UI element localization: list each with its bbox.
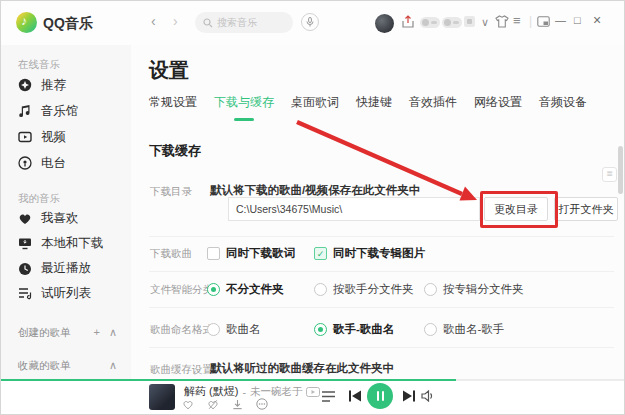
radio-artist-song[interactable]: 歌手-歌曲名	[314, 322, 394, 337]
sidebar-item-recommend[interactable]: 推荐	[18, 72, 131, 98]
checkbox-label: 同时下载歌词	[226, 246, 295, 261]
level-badge[interactable]	[464, 16, 475, 27]
playlist-group-label: 收藏的歌单	[18, 359, 71, 373]
collapse-icon[interactable]: ∧	[109, 326, 117, 339]
user-avatar[interactable]	[375, 14, 394, 33]
skin-theme-icon[interactable]	[495, 15, 509, 28]
titlebar-divider: |	[529, 14, 532, 28]
add-playlist-icon[interactable]: +	[94, 326, 100, 339]
like-icon[interactable]	[182, 399, 194, 410]
sidebar-item-label: 电台	[41, 155, 66, 172]
tab-sound-plugins[interactable]: 音效插件	[409, 94, 457, 121]
listen-recognize-button[interactable]	[301, 13, 319, 31]
dislike-icon[interactable]	[207, 399, 219, 410]
mini-player-icon[interactable]	[537, 16, 550, 28]
album-art[interactable]	[149, 384, 175, 410]
collapse-icon[interactable]: ∧	[109, 359, 117, 372]
progress-track[interactable]	[1, 379, 624, 381]
naming-format-label: 歌曲命名格式	[150, 323, 213, 337]
sidebar-item-radio[interactable]: 电台	[18, 150, 131, 176]
open-folder-button[interactable]: 打开文件夹	[554, 197, 618, 221]
main-menu-icon[interactable]: ≡	[513, 15, 521, 27]
forward-icon[interactable]: ›	[173, 14, 178, 28]
download-path-field[interactable]: C:\Users\34675\Music\	[228, 197, 480, 221]
svip-badge[interactable]	[442, 17, 462, 28]
radio-song-artist[interactable]: 歌曲名-歌手	[424, 322, 504, 337]
track-title: 解药 (默煜)	[184, 384, 238, 399]
next-track-icon[interactable]	[402, 389, 416, 403]
checkbox-download-album-art[interactable]: 同时下载专辑图片	[314, 246, 425, 261]
back-icon[interactable]: ‹	[151, 14, 156, 28]
compass-icon	[18, 78, 32, 92]
sidebar-item-label: 我喜欢	[41, 210, 79, 227]
qq-music-logo-icon	[16, 12, 37, 33]
radio-song-name[interactable]: 歌曲名	[207, 322, 261, 337]
close-button[interactable]: ×	[593, 12, 601, 28]
radio-icon	[207, 323, 220, 336]
more-icon[interactable]	[256, 398, 268, 410]
qq-music-window: QQ音乐 ‹ › 搜索音乐 ∨ ≡ |	[0, 0, 625, 415]
track-actions	[182, 398, 268, 410]
titlebar: QQ音乐 ‹ › 搜索音乐 ∨ ≡ |	[1, 1, 624, 45]
playlist-group-collected[interactable]: 收藏的歌单 ∧	[18, 353, 131, 378]
download-dir-label: 下载目录	[150, 185, 192, 199]
radio-icon	[18, 156, 32, 170]
progress-played	[1, 379, 456, 381]
maximize-button[interactable]: □	[574, 14, 581, 26]
sidebar-section-my-music: 我的音乐	[18, 192, 131, 206]
search-input[interactable]: 搜索音乐	[195, 12, 293, 33]
row-divider	[149, 347, 614, 348]
previous-track-icon[interactable]	[348, 389, 362, 403]
sidebar-item-label: 推荐	[41, 77, 66, 94]
radio-icon	[207, 283, 220, 296]
sidebar-item-label: 视频	[41, 129, 66, 146]
sidebar-item-label: 音乐馆	[41, 103, 79, 120]
cache-settings-desc: 默认将听过的歌曲缓存在此文件夹中	[210, 361, 394, 376]
volume-icon[interactable]	[421, 390, 435, 402]
play-queue-icon[interactable]	[321, 390, 336, 403]
sidebar-item-listen-list[interactable]: 试听列表	[18, 281, 131, 306]
cache-settings-label: 歌曲缓存设置	[150, 363, 213, 377]
tab-network[interactable]: 网络设置	[474, 94, 522, 121]
music-note-icon	[18, 104, 32, 118]
tab-download-save[interactable]: 下载与缓存	[214, 94, 274, 121]
radio-no-folder[interactable]: 不分文件夹	[207, 282, 284, 297]
monitor-download-icon	[18, 237, 32, 250]
sidebar-item-favorites[interactable]: 我喜欢	[18, 206, 131, 231]
floating-widget[interactable]: ≣	[602, 167, 617, 182]
scrollbar-thumb[interactable]	[618, 146, 623, 194]
tab-general[interactable]: 常规设置	[149, 94, 197, 121]
playlist-group-created[interactable]: 创建的歌单 + ∧	[18, 320, 131, 345]
page-title: 设置	[149, 57, 189, 84]
radio-icon	[424, 323, 437, 336]
sidebar-item-music-hall[interactable]: 音乐馆	[18, 98, 131, 124]
change-directory-button[interactable]: 更改目录	[484, 197, 548, 221]
radio-label: 不分文件夹	[226, 282, 284, 297]
radio-by-artist-folder[interactable]: 按歌手分文件夹	[314, 282, 414, 297]
tab-desktop-lyrics[interactable]: 桌面歌词	[291, 94, 339, 121]
minimize-button[interactable]: —	[555, 14, 566, 26]
chevron-down-icon[interactable]: ∨	[481, 16, 489, 28]
vip-badge[interactable]	[420, 17, 440, 28]
mv-badge-icon[interactable]	[306, 387, 320, 397]
sidebar-section-online: 在线音乐	[18, 58, 131, 72]
sidebar-item-recent[interactable]: 最近播放	[18, 256, 131, 281]
checkbox-icon	[207, 247, 220, 260]
tab-hotkeys[interactable]: 快捷键	[356, 94, 392, 121]
microphone-icon	[306, 17, 314, 27]
checkbox-label: 同时下载专辑图片	[333, 246, 425, 261]
radio-icon	[424, 283, 437, 296]
sidebar-item-video[interactable]: 视频	[18, 124, 131, 150]
download-icon[interactable]	[232, 399, 243, 410]
share-upload-icon[interactable]	[401, 15, 415, 29]
checkbox-download-lyrics[interactable]: 同时下载歌词	[207, 246, 295, 261]
tab-audio-device[interactable]: 音频设备	[539, 94, 587, 121]
download-song-label: 下载歌曲	[150, 247, 192, 261]
sidebar-item-local-downloads[interactable]: 本地和下载	[18, 231, 131, 256]
pause-button[interactable]	[367, 383, 393, 409]
radio-icon	[314, 283, 327, 296]
settings-tabs: 常规设置 下载与缓存 桌面歌词 快捷键 音效插件 网络设置 音频设备	[149, 94, 587, 121]
playlist-group-label: 创建的歌单	[18, 326, 71, 340]
app-title: QQ音乐	[43, 15, 93, 33]
radio-by-album-folder[interactable]: 按专辑分文件夹	[424, 282, 524, 297]
